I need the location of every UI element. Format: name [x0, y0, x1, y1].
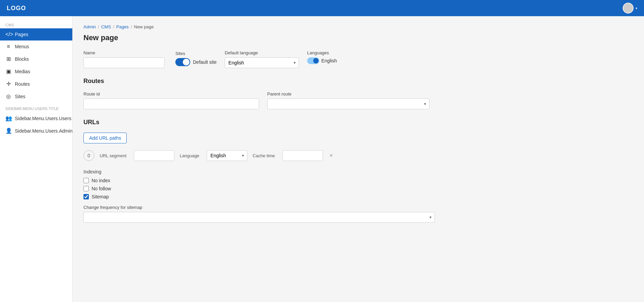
url-language-select-0[interactable]: English: [207, 150, 247, 161]
languages-tag: English: [307, 57, 337, 64]
sidebar-item-sites-label: Sites: [15, 94, 25, 99]
parent-route-label: Parent route: [267, 91, 429, 97]
no-follow-row[interactable]: No follow: [83, 186, 633, 191]
default-language-group: Default language English ▾: [225, 50, 299, 68]
routes-section: Routes Route id Parent route ▾: [83, 78, 633, 109]
logo: LOGO: [7, 5, 26, 12]
breadcrumb: Admin / CMS / Pages / New page: [83, 24, 633, 29]
route-id-label: Route id: [83, 91, 259, 97]
header-right: ▾: [623, 3, 637, 13]
layout: CMS </> Pages ≡ Menus ⊞ Blocks ▣ Medias …: [0, 16, 644, 302]
sidebar-item-pages[interactable]: </> Pages: [0, 28, 72, 40]
urls-heading: URLs: [83, 119, 633, 126]
parent-route-select[interactable]: [267, 99, 429, 109]
name-input[interactable]: [83, 57, 165, 68]
change-freq-section: Change frequency for sitemap ▾: [83, 205, 633, 223]
no-index-checkbox[interactable]: [83, 178, 89, 183]
blocks-icon: ⊞: [5, 56, 11, 62]
route-id-input[interactable]: [83, 99, 259, 109]
main-content: Admin / CMS / Pages / New page New page …: [73, 16, 644, 302]
sites-group: Sites Default site: [175, 50, 217, 66]
sidebar-item-pages-label: Pages: [15, 32, 28, 37]
sites-label: Sites: [175, 51, 217, 56]
sitemap-label: Sitemap: [92, 194, 109, 199]
sidebar-item-blocks[interactable]: ⊞ Blocks: [0, 53, 72, 65]
change-freq-label: Change frequency for sitemap: [83, 205, 633, 210]
routes-form-row: Route id Parent route ▾: [83, 91, 633, 109]
url-row-0: 0 URL segment Language English ▾ Cache t…: [83, 150, 633, 161]
breadcrumb-sep-1: /: [98, 24, 99, 29]
avatar[interactable]: [623, 3, 634, 13]
breadcrumb-sep-3: /: [131, 24, 132, 29]
breadcrumb-cms[interactable]: CMS: [101, 24, 111, 29]
sidebar-item-sites[interactable]: ◎ Sites: [0, 90, 72, 103]
no-index-row[interactable]: No index: [83, 178, 633, 183]
medias-icon: ▣: [5, 68, 11, 75]
name-label: Name: [83, 50, 165, 55]
sidebar-item-users[interactable]: 👥 Sidebar.Menu.Users.Users: [0, 112, 72, 125]
languages-toggle[interactable]: [307, 57, 319, 64]
sites-toggle-label: Default site: [193, 59, 217, 65]
add-url-button[interactable]: Add URL paths: [83, 133, 127, 143]
indexing-section: Indexing No index No follow Sitemap: [83, 169, 633, 199]
routes-heading: Routes: [83, 78, 633, 85]
breadcrumb-admin[interactable]: Admin: [83, 24, 96, 29]
sidebar-item-admins-label: Sidebar.Menu.Users.Administrat…: [15, 128, 73, 134]
no-follow-label: No follow: [92, 186, 111, 191]
users-section-title: SIDEBAR.MENU.USERS.TITLE: [0, 103, 72, 112]
url-cache-input-0[interactable]: [282, 150, 323, 161]
avatar-caret-icon[interactable]: ▾: [636, 6, 637, 10]
languages-group: Languages English: [307, 50, 337, 64]
no-follow-checkbox[interactable]: [83, 186, 89, 191]
admins-icon: 👤: [5, 128, 11, 134]
parent-route-select-wrapper: ▾: [267, 99, 429, 109]
url-segment-label: URL segment: [100, 153, 126, 158]
url-language-select-wrapper-0: English ▾: [207, 150, 247, 161]
sidebar-item-blocks-label: Blocks: [15, 56, 29, 62]
breadcrumb-current: New page: [134, 24, 154, 29]
url-segment-input-0[interactable]: [134, 150, 174, 161]
no-index-label: No index: [92, 178, 110, 183]
url-index-0: 0: [83, 150, 94, 161]
header: LOGO ▾: [0, 0, 644, 16]
sidebar-item-menus-label: Menus: [15, 44, 29, 49]
default-language-select[interactable]: English: [225, 57, 299, 68]
avatar-image: [623, 3, 633, 13]
users-icon: 👥: [5, 115, 11, 121]
languages-toggle-knob: [313, 58, 319, 63]
url-cache-label: Cache time: [253, 153, 275, 158]
default-language-select-wrapper: English ▾: [225, 57, 299, 68]
sidebar: CMS </> Pages ≡ Menus ⊞ Blocks ▣ Medias …: [0, 16, 73, 302]
languages-toggle-label: English: [321, 58, 337, 63]
sites-icon: ◎: [5, 93, 11, 100]
change-freq-select[interactable]: [83, 212, 435, 223]
route-id-group: Route id: [83, 91, 259, 109]
sitemap-row[interactable]: Sitemap: [83, 194, 633, 199]
indexing-checkboxes: No index No follow Sitemap: [83, 178, 633, 199]
pages-icon: </>: [5, 31, 11, 37]
url-language-label: Language: [180, 153, 199, 158]
url-remove-button-0[interactable]: ×: [328, 151, 334, 160]
sidebar-item-medias-label: Medias: [15, 69, 30, 74]
sites-toggle-knob: [183, 59, 190, 65]
cms-section-title: CMS: [0, 20, 72, 28]
sites-toggle-group: Default site: [175, 58, 217, 66]
top-form-row: Name Sites Default site Default language: [83, 50, 633, 68]
parent-route-group: Parent route ▾: [267, 91, 429, 109]
sidebar-item-menus[interactable]: ≡ Menus: [0, 40, 72, 53]
default-language-label: Default language: [225, 50, 299, 55]
sidebar-item-routes[interactable]: ✛ Routes: [0, 78, 72, 90]
routes-icon: ✛: [5, 81, 11, 87]
sites-toggle[interactable]: [175, 58, 190, 66]
sidebar-item-routes-label: Routes: [15, 81, 30, 87]
urls-section: URLs Add URL paths 0 URL segment Languag…: [83, 119, 633, 223]
sitemap-checkbox[interactable]: [83, 194, 89, 199]
breadcrumb-sep-2: /: [113, 24, 114, 29]
sidebar-item-medias[interactable]: ▣ Medias: [0, 65, 72, 78]
indexing-title: Indexing: [83, 169, 633, 174]
change-freq-select-wrapper: ▾: [83, 212, 435, 223]
name-group: Name: [83, 50, 165, 68]
breadcrumb-pages[interactable]: Pages: [116, 24, 129, 29]
menus-icon: ≡: [5, 44, 11, 50]
sidebar-item-admins[interactable]: 👤 Sidebar.Menu.Users.Administrat…: [0, 125, 72, 137]
